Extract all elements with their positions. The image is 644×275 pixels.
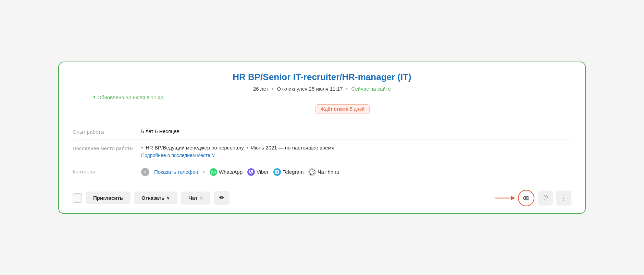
job-title: HR BP/Senior IT-recruiter/HR-manager (IT…: [73, 72, 571, 82]
job-bullet-2: •: [247, 145, 248, 150]
view-button[interactable]: [518, 190, 534, 206]
viber-icon: [247, 168, 255, 176]
favorite-button[interactable]: ♡: [538, 191, 553, 206]
chat-bubble-icon: ○: [200, 195, 203, 201]
last-job-main: • HR BP/Ведущий менеджер по персоналу • …: [141, 145, 571, 150]
svg-point-3: [525, 197, 527, 199]
contacts-row: Контакты ✓ Показать телефон • WhatsApp: [73, 163, 571, 181]
meta-dot-1: •: [272, 86, 273, 92]
select-checkbox[interactable]: [73, 193, 82, 203]
action-toolbar: Пригласить Отказать ∨ Чат ○ ✏: [73, 184, 571, 206]
whatsapp-label: WhatsApp: [219, 169, 243, 175]
viber-contact[interactable]: Viber: [247, 168, 269, 176]
edit-icon: ✏: [219, 194, 224, 201]
more-options-button[interactable]: ⋮: [556, 191, 571, 206]
chat-hh-icon: 💬: [308, 168, 316, 176]
experience-row: Опыт работы 6 лет 6 месяцев: [73, 123, 571, 140]
reject-chevron-icon: ∨: [166, 195, 170, 200]
show-phone-button[interactable]: Показать телефон: [154, 169, 198, 175]
meta-dot-2: •: [346, 86, 348, 92]
whatsapp-icon: [210, 168, 217, 176]
telegram-contact[interactable]: Telegram: [273, 168, 304, 176]
updated-text: Обновлено 30 июля в 11:41: [97, 94, 163, 100]
age: 26 лет: [253, 86, 268, 92]
last-job-label: Последнее место работы: [73, 145, 141, 151]
experience-value: 6 лет 6 месяцев: [141, 128, 571, 134]
telegram-icon: [273, 168, 281, 176]
contacts-label: Контакты: [73, 168, 141, 174]
edit-button[interactable]: ✏: [214, 191, 230, 205]
last-job-position: HR BP/Ведущий менеджер по персоналу: [146, 145, 244, 150]
contact-bullet: •: [203, 169, 205, 175]
online-status: Сейчас на сайте: [351, 86, 391, 92]
viber-label: Viber: [257, 169, 269, 175]
more-icon: ⋮: [560, 194, 567, 202]
last-job-period: Июнь 2021 — по настоящее время: [251, 145, 334, 150]
updated-row: • Обновлено 30 июля в 11:41: [93, 94, 571, 101]
last-job-value: • HR BP/Ведущий менеджер по персоналу • …: [141, 145, 571, 158]
resume-card: HR BP/Senior IT-recruiter/HR-manager (IT…: [58, 62, 586, 214]
contacts-list: ✓ Показать телефон • WhatsApp: [141, 168, 571, 176]
contacts-value: ✓ Показать телефон • WhatsApp: [141, 168, 571, 176]
chat-button[interactable]: Чат ○: [181, 192, 210, 205]
chat-hh-label: Чат hh.ru: [318, 169, 339, 175]
responded-date: Откликнулся 25 июля 11:17: [277, 86, 343, 92]
verified-icon: ✓: [141, 168, 149, 176]
job-bullet-1: •: [141, 145, 143, 150]
waiting-badge: Ждёт ответа 5 дней: [315, 104, 370, 114]
experience-label: Опыт работы: [73, 128, 141, 135]
chevron-down-icon: ∨: [212, 153, 215, 158]
arrow-right-icon: [495, 195, 515, 201]
heart-icon: ♡: [542, 194, 548, 202]
arrow-container: [495, 190, 534, 206]
svg-point-2: [523, 196, 529, 200]
reject-button[interactable]: Отказать ∨: [134, 192, 177, 204]
invite-button[interactable]: Пригласить: [86, 192, 131, 204]
last-job-row: Последнее место работы • HR BP/Ведущий м…: [73, 140, 571, 163]
resume-header: HR BP/Senior IT-recruiter/HR-manager (IT…: [73, 72, 571, 120]
svg-marker-1: [511, 196, 515, 200]
meta-row: 26 лет • Откликнулся 25 июля 11:17 • Сей…: [73, 86, 571, 92]
chat-hh-contact[interactable]: 💬 Чат hh.ru: [308, 168, 339, 176]
updated-dot: •: [93, 94, 95, 101]
more-about-link[interactable]: Подробнее о последнем месте ∨: [141, 153, 571, 158]
telegram-label: Telegram: [283, 169, 304, 175]
whatsapp-contact[interactable]: WhatsApp: [210, 168, 243, 176]
